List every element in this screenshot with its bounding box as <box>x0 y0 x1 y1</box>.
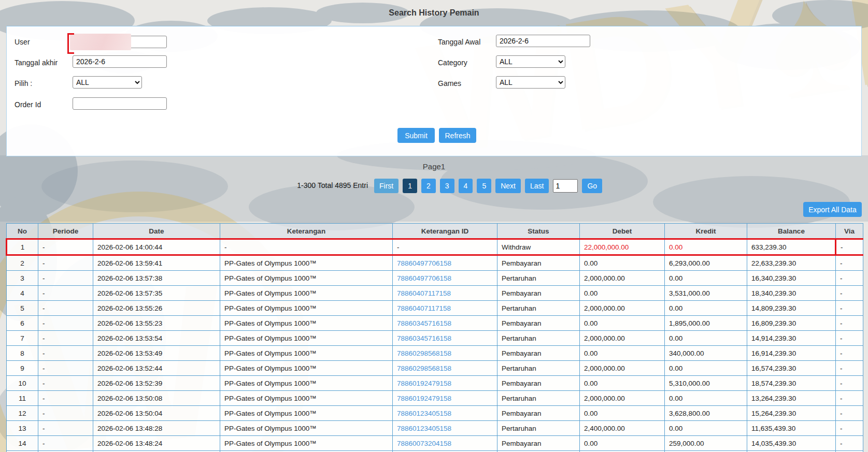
table-row: 4-2026-02-06 13:57:35PP-Gates of Olympus… <box>7 286 863 301</box>
header-cell-keterangan: Keterangan <box>220 224 393 239</box>
page-button-5[interactable]: 5 <box>477 179 491 193</box>
table-row: 8-2026-02-06 13:53:49PP-Gates of Olympus… <box>7 346 863 361</box>
tanggal-akhir-input[interactable] <box>73 55 167 68</box>
cell-date: 2026-02-06 13:52:44 <box>93 361 220 376</box>
tanggal-awal-input[interactable] <box>496 35 590 47</box>
cell-keterangan-id[interactable]: 78860192479158 <box>393 376 497 391</box>
pilih-label: Pilih : <box>15 79 32 88</box>
cell-keterangan-id[interactable]: 78860073204158 <box>393 436 497 451</box>
cell-debet: 0.00 <box>580 436 665 451</box>
cell-keterangan: PP-Gates of Olympus 1000™ <box>220 406 393 421</box>
cell-via: - <box>836 361 863 376</box>
cell-no: 11 <box>7 391 38 406</box>
cell-via: - <box>836 406 863 421</box>
cell-via: - <box>836 421 863 436</box>
cell-no: 10 <box>7 376 38 391</box>
table-row: 9-2026-02-06 13:52:44PP-Gates of Olympus… <box>7 361 863 376</box>
cell-keterangan: PP-Gates of Olympus 1000™ <box>220 391 393 406</box>
cell-keterangan: PP-Gates of Olympus 1000™ <box>220 255 393 271</box>
go-button[interactable]: Go <box>582 179 602 193</box>
cell-keterangan: PP-Gates of Olympus 1000™ <box>220 286 393 301</box>
cell-keterangan-id[interactable]: 78860123405158 <box>393 406 497 421</box>
cell-no: 3 <box>7 271 38 286</box>
cell-keterangan-id[interactable]: 78860497706158 <box>393 255 497 271</box>
order-id-input[interactable] <box>73 97 167 110</box>
page-button-2[interactable]: 2 <box>421 179 436 193</box>
cell-keterangan-id[interactable]: 78860345716158 <box>393 316 497 331</box>
page-button-last[interactable]: Last <box>525 179 549 193</box>
user-field-wrap <box>73 36 167 48</box>
history-table-body: 1-2026-02-06 14:00:44--Withdraw22,000,00… <box>7 239 863 452</box>
cell-keterangan-id: - <box>393 239 497 255</box>
cell-keterangan: PP-Gates of Olympus 1000™ <box>220 376 393 391</box>
cell-date: 2026-02-06 13:59:41 <box>93 255 220 271</box>
cell-debet: 0.00 <box>580 286 665 301</box>
page: W WDY♠K Search History Pemain User Tangg… <box>0 0 868 452</box>
table-row: 14-2026-02-06 13:48:24PP-Gates of Olympu… <box>7 436 863 451</box>
cell-keterangan-id[interactable]: 78860192479158 <box>393 391 497 406</box>
cell-no: 14 <box>7 436 38 451</box>
cell-kredit: 3,531,000.00 <box>665 286 747 301</box>
cell-no: 9 <box>7 361 38 376</box>
cell-periode: - <box>38 301 93 316</box>
cell-date: 2026-02-06 13:53:49 <box>93 346 220 361</box>
cell-status: Pertaruhan <box>497 391 580 406</box>
page-button-next[interactable]: Next <box>495 179 521 193</box>
cell-balance: 16,809,239.30 <box>747 316 836 331</box>
cell-kredit: 6,293,000.00 <box>665 255 747 271</box>
cell-balance: 14,914,239.30 <box>747 331 836 346</box>
page-button-1[interactable]: 1 <box>403 179 417 193</box>
cell-via: - <box>836 391 863 406</box>
games-label: Games <box>438 79 461 88</box>
cell-keterangan-id[interactable]: 78860123405158 <box>393 421 497 436</box>
cell-keterangan-id[interactable]: 78860345716158 <box>393 331 497 346</box>
red-bracket-marker <box>67 33 74 54</box>
cell-keterangan: PP-Gates of Olympus 1000™ <box>220 271 393 286</box>
games-select[interactable]: ALL <box>496 76 565 89</box>
cell-date: 2026-02-06 13:57:35 <box>93 286 220 301</box>
cell-keterangan-id[interactable]: 78860298568158 <box>393 346 497 361</box>
cell-periode: - <box>38 391 93 406</box>
history-table-wrap: NoPeriodeDateKeteranganKeterangan IDStat… <box>6 223 862 452</box>
page-button-first[interactable]: First <box>374 179 399 193</box>
table-row: 7-2026-02-06 13:53:54PP-Gates of Olympus… <box>7 331 863 346</box>
page-button-4[interactable]: 4 <box>459 179 473 193</box>
pilih-select[interactable]: ALL <box>73 76 142 89</box>
tanggal-akhir-label: Tanggal akhir <box>15 59 58 67</box>
cell-date: 2026-02-06 13:50:08 <box>93 391 220 406</box>
submit-button[interactable]: Submit <box>397 128 435 143</box>
refresh-button[interactable]: Refresh <box>439 128 476 143</box>
cell-date: 2026-02-06 13:55:23 <box>93 316 220 331</box>
cell-date: 2026-02-06 13:55:26 <box>93 301 220 316</box>
table-row: 2-2026-02-06 13:59:41PP-Gates of Olympus… <box>7 255 863 271</box>
category-select[interactable]: ALL <box>496 55 565 68</box>
cell-status: Pembayaran <box>497 316 580 331</box>
cell-keterangan-id[interactable]: 78860407117158 <box>393 286 497 301</box>
cell-keterangan-id[interactable]: 78860497706158 <box>393 271 497 286</box>
cell-status: Pembayaran <box>497 346 580 361</box>
cell-debet: 2,400,000.00 <box>580 421 665 436</box>
cell-date: 2026-02-06 13:57:38 <box>93 271 220 286</box>
cell-no: 12 <box>7 406 38 421</box>
export-all-data-button[interactable]: Export All Data <box>803 202 862 217</box>
cell-balance: 16,340,239.30 <box>747 271 836 286</box>
page-button-3[interactable]: 3 <box>440 179 454 193</box>
cell-via: - <box>836 301 863 316</box>
cell-status: Pembayaran <box>497 255 580 271</box>
cell-date: 2026-02-06 13:53:54 <box>93 331 220 346</box>
cell-date: 2026-02-06 13:48:24 <box>93 436 220 451</box>
cell-periode: - <box>38 346 93 361</box>
goto-page-input[interactable] <box>553 179 578 193</box>
table-row: 12-2026-02-06 13:50:04PP-Gates of Olympu… <box>7 406 863 421</box>
cell-kredit: 0.00 <box>665 239 747 255</box>
cell-balance: 11,635,439.30 <box>747 421 836 436</box>
cell-kredit: 5,310,000.00 <box>665 376 747 391</box>
header-cell-no: No <box>7 224 38 239</box>
cell-status: Pertaruhan <box>497 271 580 286</box>
cell-periode: - <box>38 255 93 271</box>
cell-keterangan-id[interactable]: 78860298568158 <box>393 361 497 376</box>
cell-date: 2026-02-06 14:00:44 <box>93 239 220 255</box>
cell-keterangan-id[interactable]: 78860407117158 <box>393 301 497 316</box>
search-panel: User Tanggal akhir Pilih : ALL Order Id … <box>6 26 862 156</box>
cell-kredit: 0.00 <box>665 391 747 406</box>
